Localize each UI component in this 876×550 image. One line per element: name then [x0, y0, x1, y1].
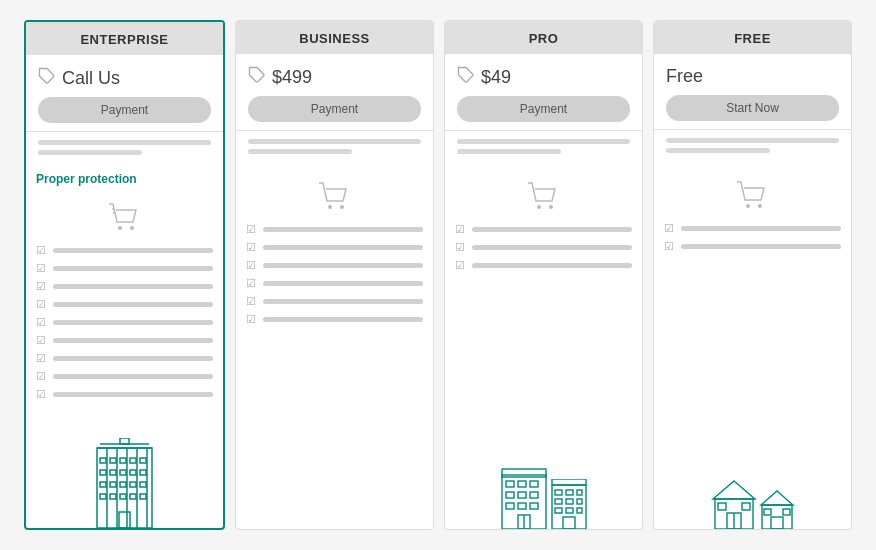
- svg-rect-48: [518, 503, 526, 509]
- svg-marker-72: [761, 491, 793, 505]
- feature-item: ☑: [246, 223, 423, 236]
- svg-rect-13: [110, 458, 116, 463]
- feature-item: ☑: [455, 223, 632, 236]
- feature-item: ☑: [246, 241, 423, 254]
- svg-rect-57: [555, 499, 562, 504]
- svg-rect-63: [563, 517, 575, 529]
- feature-item: ☑: [246, 277, 423, 290]
- svg-rect-41: [506, 481, 514, 487]
- svg-rect-42: [518, 481, 526, 487]
- svg-rect-70: [742, 503, 750, 510]
- cart-icon: [526, 179, 562, 219]
- feature-item: ☑: [455, 241, 632, 254]
- svg-rect-17: [100, 470, 106, 475]
- free-placeholder-lines: [654, 130, 851, 162]
- svg-rect-26: [140, 482, 146, 487]
- svg-rect-19: [120, 470, 126, 475]
- svg-rect-54: [555, 490, 562, 495]
- feature-item: ☑: [246, 295, 423, 308]
- enterprise-highlight-label: Proper protection: [36, 172, 213, 186]
- feature-item: ☑: [36, 388, 213, 401]
- svg-rect-14: [120, 458, 126, 463]
- svg-rect-32: [119, 512, 130, 528]
- feature-item: ☑: [664, 222, 841, 235]
- svg-rect-76: [783, 509, 790, 515]
- pro-card: PRO $49 Payment: [444, 20, 643, 530]
- feature-item: ☑: [36, 244, 213, 257]
- free-start-button[interactable]: Start Now: [666, 95, 839, 121]
- price-tag-icon: [457, 66, 475, 88]
- svg-rect-52: [552, 485, 586, 529]
- enterprise-payment-button[interactable]: Payment: [38, 97, 211, 123]
- svg-rect-11: [120, 438, 129, 444]
- pro-payment-button[interactable]: Payment: [457, 96, 630, 122]
- svg-point-2: [130, 226, 134, 230]
- svg-rect-23: [110, 482, 116, 487]
- svg-rect-43: [530, 481, 538, 487]
- svg-point-34: [328, 205, 332, 209]
- svg-rect-12: [100, 458, 106, 463]
- svg-point-1: [118, 226, 122, 230]
- svg-rect-62: [577, 508, 582, 513]
- feature-item: ☑: [36, 262, 213, 275]
- feature-item: ☑: [246, 259, 423, 272]
- svg-rect-59: [577, 499, 582, 504]
- svg-rect-47: [506, 503, 514, 509]
- svg-rect-69: [718, 503, 726, 510]
- svg-rect-16: [140, 458, 146, 463]
- price-tag-icon: [248, 66, 266, 88]
- price-tag-icon: [38, 67, 56, 89]
- svg-rect-49: [530, 503, 538, 509]
- svg-point-35: [340, 205, 344, 209]
- pricing-container: ENTERPRISE Call Us Payment Proper protec…: [0, 0, 876, 550]
- svg-rect-46: [530, 492, 538, 498]
- enterprise-card: ENTERPRISE Call Us Payment Proper protec…: [24, 20, 225, 530]
- svg-point-64: [746, 204, 750, 208]
- pro-header: PRO: [445, 21, 642, 54]
- feature-item: ☑: [36, 316, 213, 329]
- pro-price: $49: [481, 67, 511, 88]
- svg-rect-40: [502, 469, 546, 477]
- svg-rect-24: [120, 482, 126, 487]
- pro-price-area: $49 Payment: [445, 54, 642, 131]
- enterprise-building: [26, 438, 223, 528]
- svg-rect-28: [110, 494, 116, 499]
- svg-rect-56: [577, 490, 582, 495]
- svg-rect-44: [506, 492, 514, 498]
- business-price: $499: [272, 67, 312, 88]
- cart-icon: [735, 178, 771, 218]
- business-card: BUSINESS $499 Payment: [235, 20, 434, 530]
- free-card: FREE Free Start Now ☑ ☑: [653, 20, 852, 530]
- enterprise-placeholder-lines: [26, 132, 223, 164]
- svg-rect-30: [130, 494, 136, 499]
- feature-item: ☑: [36, 280, 213, 293]
- svg-rect-18: [110, 470, 116, 475]
- feature-item: ☑: [36, 352, 213, 365]
- svg-rect-25: [130, 482, 136, 487]
- free-features: ☑ ☑: [654, 162, 851, 529]
- svg-rect-58: [566, 499, 573, 504]
- enterprise-header: ENTERPRISE: [26, 22, 223, 55]
- free-price: Free: [666, 66, 703, 87]
- feature-item: ☑: [455, 259, 632, 272]
- feature-item: ☑: [664, 240, 841, 253]
- enterprise-price: Call Us: [62, 68, 120, 89]
- svg-rect-22: [100, 482, 106, 487]
- svg-rect-61: [566, 508, 573, 513]
- feature-item: ☑: [36, 334, 213, 347]
- svg-point-38: [549, 205, 553, 209]
- pro-placeholder-lines: [445, 131, 642, 163]
- feature-item: ☑: [246, 313, 423, 326]
- enterprise-price-area: Call Us Payment: [26, 55, 223, 132]
- svg-rect-27: [100, 494, 106, 499]
- business-payment-button[interactable]: Payment: [248, 96, 421, 122]
- business-placeholder-lines: [236, 131, 433, 163]
- svg-rect-15: [130, 458, 136, 463]
- svg-rect-60: [555, 508, 562, 513]
- feature-item: ☑: [36, 298, 213, 311]
- free-building: [654, 479, 851, 529]
- business-header: BUSINESS: [236, 21, 433, 54]
- business-price-area: $499 Payment: [236, 54, 433, 131]
- svg-rect-29: [120, 494, 126, 499]
- svg-marker-66: [713, 481, 755, 499]
